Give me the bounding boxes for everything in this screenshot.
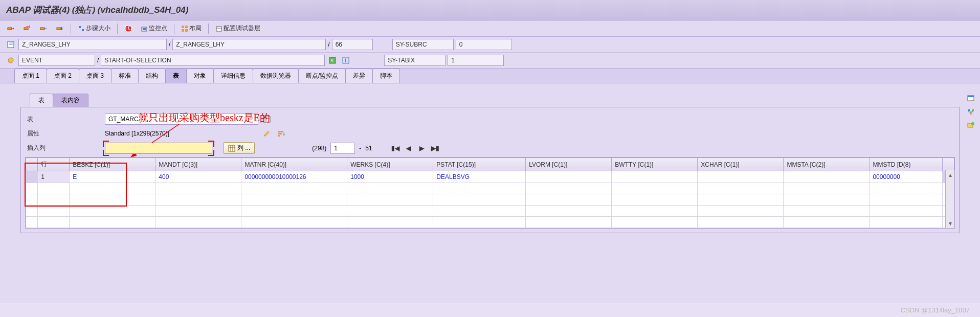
cell-bwtty[interactable] <box>612 171 698 183</box>
insert-col-row: 插入列 列 ... (298) - 51 ▮◀ ◀ <box>25 142 955 154</box>
tab-standard[interactable]: 标准 <box>111 69 139 83</box>
column-button-label: 列 ... <box>237 144 250 152</box>
pager-from-input[interactable] <box>330 143 355 154</box>
column-button[interactable]: 列 ... <box>224 142 255 154</box>
program-info-area: Z_RANGES_LHY / Z_RANGES_LHY / 66 SY-SUBR… <box>0 37 980 69</box>
main-toolbar: 步骤大小 STOP 监控点 布局 配置调试器层 <box>0 20 980 37</box>
cell-lvorm[interactable] <box>526 171 612 183</box>
subtab-table-content[interactable]: 表内容 <box>53 94 88 107</box>
focus-corner-icon <box>208 150 214 156</box>
prev-page-icon[interactable]: ◀ <box>404 144 413 153</box>
col-matnr[interactable]: MATNR [C(40)] <box>241 158 347 171</box>
tab-data-browser[interactable]: 数据浏览器 <box>253 69 299 83</box>
table-attr-label: 属性 <box>25 129 102 138</box>
cell-pstat[interactable]: DEALBSVG <box>433 171 526 183</box>
event-value-field[interactable]: START-OF-SELECTION <box>101 55 325 66</box>
scroll-down-icon[interactable]: ▾ <box>949 220 952 227</box>
first-page-icon[interactable]: ▮◀ <box>391 144 400 153</box>
sub-tabstrip: 表 表内容 <box>30 94 975 107</box>
step-over-icon[interactable] <box>20 23 34 34</box>
layout-button[interactable]: 布局 <box>179 22 204 34</box>
info-row-1: Z_RANGES_LHY / Z_RANGES_LHY / 66 SY-SUBR… <box>0 37 980 52</box>
program-icon[interactable] <box>5 39 16 50</box>
info-row-2: EVENT / START-OF-SELECTION i SY-TABIX 1 <box>0 52 980 68</box>
next-page-icon[interactable]: ▶ <box>417 144 427 153</box>
pager-to: 51 <box>365 145 372 152</box>
step-into-icon[interactable] <box>4 23 17 34</box>
cell-mmsta[interactable] <box>784 171 870 183</box>
line-field[interactable]: 66 <box>332 39 373 50</box>
window-title: ABAP 调试器(4) (独占) (vhcalhdbdb_S4H_04) <box>6 5 188 15</box>
continue-icon[interactable] <box>53 23 66 34</box>
table-row[interactable] <box>26 194 954 206</box>
cell-matnr[interactable]: 000000000010000126 <box>241 171 347 183</box>
last-page-icon[interactable]: ▶▮ <box>431 144 440 153</box>
svg-rect-5 <box>82 29 84 31</box>
table-row[interactable] <box>26 217 954 228</box>
tree-icon[interactable] <box>966 107 976 117</box>
svg-text:STOP: STOP <box>124 25 132 32</box>
col-pstat[interactable]: PSTAT [C(15)] <box>433 158 526 171</box>
tab-breakpoints[interactable]: 断点/监控点 <box>298 69 346 83</box>
col-lvorm[interactable]: LVORM [C(1)] <box>526 158 612 171</box>
svg-rect-2 <box>40 28 44 30</box>
config-button[interactable]: 配置调试器层 <box>213 22 263 34</box>
tab-desktop-1[interactable]: 桌面 1 <box>14 69 47 83</box>
col-mandt[interactable]: MANDT [C(3)] <box>155 158 241 171</box>
cell-werks[interactable]: 1000 <box>347 171 433 183</box>
tab-desktop-3[interactable]: 桌面 3 <box>79 69 112 83</box>
slash-2: / <box>328 41 329 48</box>
svg-rect-26 <box>972 109 974 111</box>
grid-header-row: 行 BESKZ [C(1)] MANDT [C(3)] MATNR [C(40)… <box>26 158 954 171</box>
svg-rect-11 <box>185 26 188 28</box>
new-window-icon[interactable] <box>966 94 976 104</box>
services-icon[interactable] <box>966 120 976 130</box>
col-werks[interactable]: WERKS [C(4)] <box>347 158 433 171</box>
event-icon[interactable] <box>5 55 16 66</box>
tab-table[interactable]: 表 <box>165 69 187 83</box>
event-label-field: EVENT <box>18 55 95 66</box>
tabix-value-field[interactable]: 1 <box>448 55 504 66</box>
watermark: CSDN @1314lay_1007 <box>901 306 970 314</box>
pager: (298) - 51 ▮◀ ◀ ▶ ▶▮ <box>312 143 439 154</box>
info-icon[interactable]: i <box>340 55 351 66</box>
cell-mandt[interactable]: 400 <box>155 171 241 183</box>
layout-label: 布局 <box>189 24 202 33</box>
col-mmsta[interactable]: MMSTA [C(2)] <box>784 158 870 171</box>
col-mmstd[interactable]: MMSTD [D(8) <box>870 158 942 171</box>
sort-icon[interactable] <box>276 128 287 139</box>
insert-col-input[interactable] <box>105 143 212 154</box>
table-row[interactable]: 1 E 400 000000000010000126 1000 DEALBSVG… <box>26 171 954 183</box>
cell-xchar[interactable] <box>698 171 784 183</box>
tab-desktop-2[interactable]: 桌面 2 <box>47 69 79 83</box>
col-bwtty[interactable]: BWTTY [C(1)] <box>612 158 698 171</box>
step-size-button[interactable]: 步骤大小 <box>75 22 113 34</box>
scroll-up-icon[interactable]: ▴ <box>949 171 952 178</box>
subtab-table[interactable]: 表 <box>30 94 53 107</box>
separator <box>208 24 209 34</box>
svg-rect-24 <box>968 96 974 97</box>
nav-icon-1[interactable] <box>327 55 338 66</box>
cell-mmstd[interactable]: 00000000 <box>870 171 942 183</box>
col-xchar[interactable]: XCHAR [C(1)] <box>698 158 784 171</box>
separator <box>117 24 118 34</box>
tab-structure[interactable]: 结构 <box>138 69 166 83</box>
vertical-scrollbar[interactable]: ▴ ▾ <box>945 170 954 228</box>
table-row[interactable] <box>26 183 954 194</box>
subrc-value-field[interactable]: 0 <box>456 39 512 50</box>
tab-detail[interactable]: 详细信息 <box>213 69 253 83</box>
title-bar: ABAP 调试器(4) (独占) (vhcalhdbdb_S4H_04) <box>0 0 980 20</box>
tab-object[interactable]: 对象 <box>186 69 214 83</box>
program-field-1[interactable]: Z_RANGES_LHY <box>18 39 167 50</box>
program-field-2[interactable]: Z_RANGES_LHY <box>172 39 326 50</box>
slash-3: / <box>97 57 99 64</box>
step-out-icon[interactable] <box>37 23 50 34</box>
svg-rect-0 <box>8 28 12 30</box>
edit-icon[interactable] <box>261 128 273 139</box>
watchpoint-button[interactable]: 监控点 <box>138 22 170 34</box>
stop-icon[interactable]: STOP <box>122 23 135 34</box>
content-area: 表 表内容 就只出现采购类型beskz是E的 表 属性 Standard [1x… <box>0 83 980 303</box>
tab-script[interactable]: 脚本 <box>372 69 400 83</box>
tab-diff[interactable]: 差异 <box>345 69 373 83</box>
table-row[interactable] <box>26 206 954 217</box>
